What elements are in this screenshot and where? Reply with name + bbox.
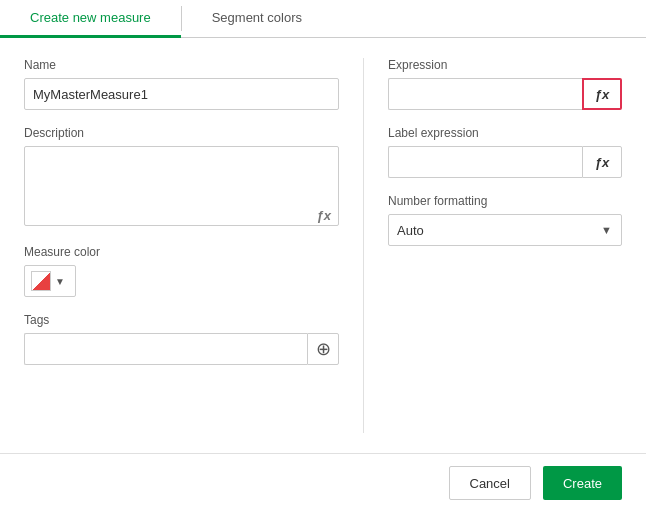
- create-button[interactable]: Create: [543, 466, 622, 500]
- number-formatting-select-wrapper: Auto Number Money Date Duration Custom ▼: [388, 214, 622, 246]
- tags-field-group: Tags ⊕: [24, 313, 339, 365]
- description-wrapper: ƒx: [24, 146, 339, 229]
- description-label: Description: [24, 126, 339, 140]
- tab-segment-colors[interactable]: Segment colors: [182, 0, 332, 38]
- color-swatch-inner: [32, 272, 50, 290]
- expression-input[interactable]: [388, 78, 582, 110]
- color-swatch: [31, 271, 51, 291]
- number-formatting-select[interactable]: Auto Number Money Date Duration Custom: [388, 214, 622, 246]
- tags-add-icon: ⊕: [316, 338, 331, 360]
- expression-field-group: Expression ƒx: [388, 58, 622, 110]
- measure-color-group: Measure color ▼: [24, 245, 339, 297]
- create-label: Create: [563, 476, 602, 491]
- footer: Cancel Create: [0, 453, 646, 512]
- measure-color-label: Measure color: [24, 245, 339, 259]
- name-field-group: Name: [24, 58, 339, 110]
- main-content: Name Description ƒx Measure color ▼ Tags: [0, 38, 646, 453]
- label-expression-input[interactable]: [388, 146, 582, 178]
- right-panel: Expression ƒx Label expression ƒx Number…: [364, 58, 622, 433]
- tab-create-measure[interactable]: Create new measure: [0, 0, 181, 38]
- number-formatting-group: Number formatting Auto Number Money Date…: [388, 194, 622, 246]
- measure-color-button[interactable]: ▼: [24, 265, 76, 297]
- description-fx-icon: ƒx: [317, 208, 331, 223]
- tags-add-button[interactable]: ⊕: [307, 333, 339, 365]
- left-panel: Name Description ƒx Measure color ▼ Tags: [24, 58, 364, 433]
- expression-label: Expression: [388, 58, 622, 72]
- label-expression-fx-button[interactable]: ƒx: [582, 146, 622, 178]
- tags-input[interactable]: [24, 333, 307, 365]
- tags-wrapper: ⊕: [24, 333, 339, 365]
- label-expression-wrapper: ƒx: [388, 146, 622, 178]
- name-label: Name: [24, 58, 339, 72]
- description-input[interactable]: [24, 146, 339, 226]
- name-input[interactable]: [24, 78, 339, 110]
- label-fx-icon: ƒx: [595, 155, 609, 170]
- label-expression-field-group: Label expression ƒx: [388, 126, 622, 178]
- tags-label: Tags: [24, 313, 339, 327]
- number-formatting-label: Number formatting: [388, 194, 622, 208]
- description-field-group: Description ƒx: [24, 126, 339, 229]
- color-dropdown-arrow-icon: ▼: [55, 276, 65, 287]
- expression-wrapper: ƒx: [388, 78, 622, 110]
- tab-create-label: Create new measure: [30, 10, 151, 25]
- tabs-bar: Create new measure Segment colors: [0, 0, 646, 38]
- tab-segment-label: Segment colors: [212, 10, 302, 25]
- expression-fx-icon: ƒx: [595, 87, 609, 102]
- expression-fx-button[interactable]: ƒx: [582, 78, 622, 110]
- label-expression-label: Label expression: [388, 126, 622, 140]
- cancel-button[interactable]: Cancel: [449, 466, 531, 500]
- cancel-label: Cancel: [470, 476, 510, 491]
